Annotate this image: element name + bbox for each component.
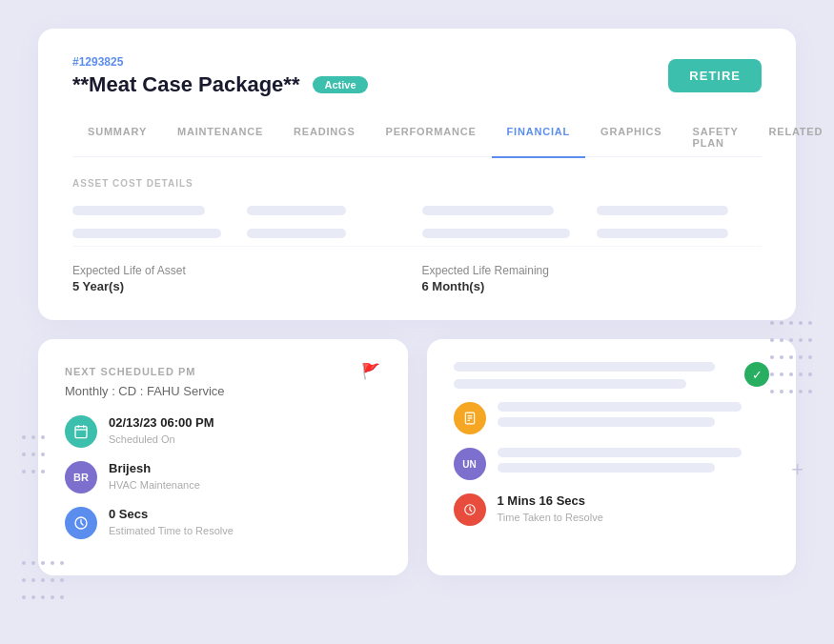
un-avatar: UN: [454, 448, 486, 480]
svg-rect-0: [75, 427, 87, 438]
pm-title: NEXT SCHEDULED PM 🚩: [65, 362, 381, 380]
top-card: #1293825 **Meat Case Package** Active RE…: [38, 29, 796, 320]
check-icon: ✓: [744, 362, 769, 387]
skeleton-cell: [597, 206, 729, 215]
cost-value-life: 5 Year(s): [72, 279, 237, 293]
form-icon: [454, 402, 486, 434]
cost-label-life: Expected Life of Asset: [72, 264, 237, 277]
pm-time-label: Estimated Time to Resolve: [109, 525, 234, 536]
cost-value-remaining: 6 Month(s): [422, 279, 587, 293]
assignee-avatar: BR: [65, 461, 97, 493]
skeleton-cell: [247, 229, 346, 238]
tab-readings[interactable]: READINGS: [278, 118, 370, 158]
right-time-label: Time Taken to Resolve: [498, 512, 603, 523]
skeleton-cell: [597, 229, 729, 238]
flag-icon: 🚩: [361, 362, 381, 380]
asset-title: **Meat Case Package**: [72, 72, 299, 97]
pm-subtitle: Monthly : CD : FAHU Service: [65, 384, 381, 398]
pm-time-value: 0 Secs: [109, 507, 234, 521]
pm-assignee-text: Brijesh HVAC Maintenance: [109, 461, 200, 493]
tab-safety-plan[interactable]: SAFETY PLAN: [678, 118, 754, 158]
pm-item-time: 0 Secs Estimated Time to Resolve: [65, 507, 381, 539]
calendar-icon: [65, 415, 97, 448]
pm-title-text: NEXT SCHEDULED PM: [65, 366, 195, 377]
retire-button[interactable]: RETIRE: [668, 59, 762, 92]
clock-icon: [65, 507, 97, 539]
section-label: ASSET COST DETAILS: [72, 178, 762, 189]
right-item-2: UN: [454, 448, 770, 480]
skeleton-cell: [422, 229, 571, 238]
skeleton: [498, 463, 715, 473]
cost-field-empty1: [247, 264, 412, 293]
tab-graphics[interactable]: GRAPHICS: [585, 118, 677, 158]
right-card: ✓ UN: [427, 339, 797, 575]
nav-tabs: SUMMARY MAINTENANCE READINGS PERFORMANCE…: [72, 116, 762, 157]
cost-label-remaining: Expected Life Remaining: [422, 264, 587, 277]
skeleton: [498, 417, 715, 427]
cost-row-bottom: Expected Life of Asset 5 Year(s) Expecte…: [72, 246, 762, 293]
tab-related[interactable]: RELATED: [754, 118, 835, 158]
skeleton: [454, 379, 686, 389]
skeleton-cell: [422, 206, 555, 215]
cost-field-remaining: Expected Life Remaining 6 Month(s): [422, 264, 587, 293]
right-card-top: ✓: [454, 362, 770, 389]
tab-maintenance[interactable]: MAINTENANCE: [162, 118, 278, 158]
pm-assignee-role: HVAC Maintenance: [109, 479, 200, 491]
pm-assignee-name: Brijesh: [109, 461, 200, 475]
right-card-skeletons: [454, 362, 745, 389]
skeleton: [498, 402, 742, 412]
skeleton: [454, 362, 716, 372]
right-time-text: 1 Mins 16 Secs Time Taken to Resolve: [498, 493, 603, 525]
right-item-2-text: [498, 448, 770, 473]
asset-id: #1293825: [72, 55, 762, 69]
right-item-1-text: [498, 402, 770, 427]
pm-date-text: 02/13/23 06:00 PM Scheduled On: [109, 415, 214, 447]
skeleton: [498, 448, 742, 457]
right-item-1: [454, 402, 770, 434]
cost-field-empty2: [597, 264, 762, 293]
clock-icon-red: [454, 493, 486, 526]
pm-card: NEXT SCHEDULED PM 🚩 Monthly : CD : FAHU …: [38, 339, 408, 575]
tab-summary[interactable]: SUMMARY: [72, 118, 162, 158]
pm-date-value: 02/13/23 06:00 PM: [109, 415, 214, 430]
pm-item-assignee: BR Brijesh HVAC Maintenance: [65, 461, 381, 493]
skeleton-cell: [72, 229, 221, 238]
pm-time-text: 0 Secs Estimated Time to Resolve: [109, 507, 234, 538]
skeleton-cell: [247, 206, 346, 215]
bottom-row: NEXT SCHEDULED PM 🚩 Monthly : CD : FAHU …: [38, 339, 796, 575]
right-item-time: 1 Mins 16 Secs Time Taken to Resolve: [454, 493, 770, 526]
status-badge: Active: [313, 76, 367, 93]
right-time-value: 1 Mins 16 Secs: [498, 493, 603, 508]
pm-item-date: 02/13/23 06:00 PM Scheduled On: [65, 415, 381, 448]
tab-performance[interactable]: PERFORMANCE: [371, 118, 492, 158]
skeleton-cell: [72, 206, 205, 215]
tab-financial[interactable]: FINANCIAL: [492, 118, 585, 158]
pm-date-label: Scheduled On: [109, 433, 175, 445]
cost-field-life: Expected Life of Asset 5 Year(s): [72, 264, 237, 293]
skeleton-grid: [72, 206, 762, 238]
